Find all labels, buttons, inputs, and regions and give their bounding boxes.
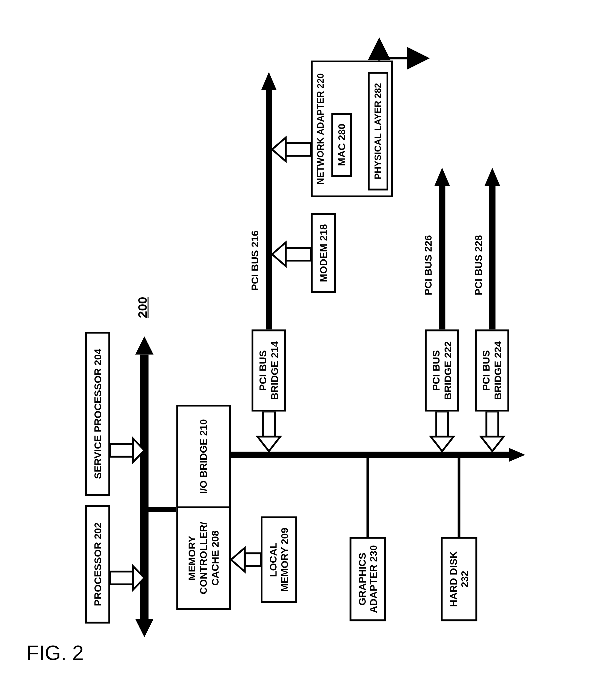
mac-block: MAC 280	[331, 113, 352, 177]
physical-layer-block: PHYSICAL LAYER 282	[368, 72, 388, 191]
conn-processor-bus	[110, 566, 144, 590]
conn-service-processor-bus	[110, 438, 144, 462]
svg-marker-15	[257, 437, 280, 452]
svg-rect-16	[436, 411, 448, 436]
svg-marker-2	[135, 619, 153, 637]
conn-pcibridge224-left	[481, 411, 504, 451]
system-bus	[135, 336, 153, 637]
pci-bus-228	[485, 168, 500, 329]
svg-marker-29	[272, 138, 286, 162]
diagram-id: 200	[135, 297, 150, 318]
pci-bridge-222: PCI BUS BRIDGE 222	[425, 329, 459, 411]
processor-block: PROCESSOR 202	[85, 505, 110, 624]
pci-bus-226	[434, 168, 450, 329]
svg-marker-23	[434, 168, 450, 186]
conn-modem	[272, 242, 311, 266]
svg-marker-27	[272, 242, 286, 266]
service-processor-block: SERVICE PROCESSOR 204	[85, 332, 110, 496]
svg-marker-11	[509, 448, 525, 462]
rotated-content: PROCESSOR 202 SERVICE PROCESSOR 204 200 …	[58, 54, 537, 646]
svg-marker-17	[431, 437, 454, 452]
svg-rect-18	[486, 411, 498, 436]
local-memory-block: LOCAL MEMORY 209	[261, 516, 297, 603]
conn-pcibridge214-left	[257, 411, 280, 451]
svg-rect-8	[244, 553, 260, 566]
conn-pcibridge222-left	[431, 411, 454, 451]
svg-marker-1	[135, 336, 153, 355]
pci-bus-226-label: PCI BUS 226	[423, 235, 434, 295]
diagram-canvas: PROCESSOR 202 SERVICE PROCESSOR 204 200 …	[15, 24, 579, 676]
conn-local-memory	[231, 548, 261, 572]
pci-bridge-224: PCI BUS BRIDGE 224	[475, 329, 509, 411]
pci-bridge-214: PCI BUS BRIDGE 214	[252, 329, 286, 411]
modem-block: MODEM 218	[311, 213, 336, 293]
processor-label: PROCESSOR 202	[92, 522, 103, 606]
svg-rect-5	[110, 444, 133, 457]
mem-ctrl-block: MEMORY CONTROLLER/ CACHE 208	[176, 507, 231, 610]
hard-disk-block: HARD DISK 232	[441, 537, 477, 622]
io-bridge-block: I/O BRIDGE 210	[176, 405, 231, 507]
svg-rect-14	[263, 411, 274, 436]
svg-rect-3	[110, 571, 133, 584]
conn-network-adapter	[272, 138, 311, 162]
graphics-block: GRAPHICS ADAPTER 230	[350, 537, 386, 622]
pci-bus-216	[261, 72, 276, 330]
svg-rect-26	[286, 248, 311, 261]
svg-rect-28	[286, 143, 311, 156]
service-processor-label: SERVICE PROCESSOR 204	[92, 349, 103, 479]
pci-bus-228-label: PCI BUS 228	[472, 235, 484, 295]
svg-marker-9	[231, 548, 245, 572]
svg-marker-19	[481, 437, 504, 452]
io-secondary-bus	[231, 448, 525, 462]
pci-bus-216-label: PCI BUS 216	[249, 231, 261, 291]
svg-marker-21	[261, 72, 276, 90]
svg-marker-25	[485, 168, 500, 186]
figure-caption: FIG. 2	[27, 641, 84, 665]
